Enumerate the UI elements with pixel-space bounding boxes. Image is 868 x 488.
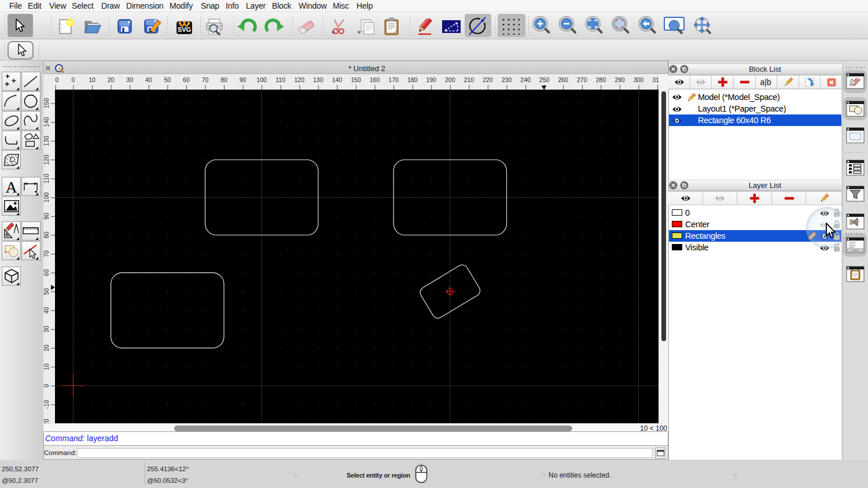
svg-text:100: 100 <box>43 192 50 202</box>
svg-text:20: 20 <box>108 76 115 83</box>
svg-text:50: 50 <box>164 76 171 83</box>
svg-text:160: 160 <box>370 76 380 83</box>
svg-text:0: 0 <box>55 76 58 83</box>
svg-text:80: 80 <box>220 76 227 83</box>
svg-text:260: 260 <box>558 76 568 83</box>
svg-text:290: 290 <box>615 76 625 83</box>
svg-text:50: 50 <box>43 288 50 295</box>
svg-text:90: 90 <box>240 76 247 83</box>
svg-text:190: 190 <box>426 76 436 83</box>
svg-text:90: 90 <box>43 213 50 220</box>
svg-text:10: 10 <box>89 76 95 83</box>
svg-text:A: A <box>5 178 17 195</box>
svg-text:280: 280 <box>596 76 606 83</box>
svg-text:120: 120 <box>295 76 305 83</box>
svg-text:130: 130 <box>43 136 50 146</box>
svg-text:310: 310 <box>652 76 659 83</box>
svg-text:150: 150 <box>351 76 361 83</box>
svg-text:140: 140 <box>332 76 343 83</box>
svg-text:40: 40 <box>43 307 50 314</box>
svg-text:30: 30 <box>43 326 50 332</box>
svg-text:120: 120 <box>43 154 50 165</box>
svg-text:110: 110 <box>275 76 285 83</box>
svg-text:180: 180 <box>407 76 418 83</box>
svg-text:230: 230 <box>502 76 512 83</box>
svg-text:60: 60 <box>183 76 190 83</box>
svg-text:80: 80 <box>43 232 50 239</box>
svg-text:270: 270 <box>577 76 587 83</box>
svg-text:220: 220 <box>483 76 493 83</box>
svg-text:240: 240 <box>520 76 531 83</box>
svg-text:0: 0 <box>72 76 75 83</box>
svg-text:-10: -10 <box>43 400 50 409</box>
svg-text:210: 210 <box>464 76 475 83</box>
svg-text:170: 170 <box>388 76 399 83</box>
svg-text:0: 0 <box>43 384 50 387</box>
svg-text:300: 300 <box>634 76 644 83</box>
svg-text:+: + <box>357 28 361 36</box>
svg-text:comment: comment <box>851 249 860 252</box>
svg-text:200: 200 <box>445 76 455 83</box>
svg-text:30: 30 <box>126 76 133 83</box>
svg-text:250: 250 <box>539 76 550 83</box>
svg-text:10: 10 <box>43 363 50 370</box>
svg-text:70: 70 <box>202 76 209 83</box>
svg-text:+: + <box>331 28 335 36</box>
svg-text:150: 150 <box>43 98 50 109</box>
svg-text:70: 70 <box>43 250 50 257</box>
svg-text:SVG: SVG <box>178 26 191 33</box>
svg-text:100: 100 <box>256 76 267 83</box>
svg-text:140: 140 <box>43 117 50 127</box>
svg-text:130: 130 <box>313 76 323 83</box>
svg-text:60: 60 <box>43 269 50 276</box>
svg-text:20: 20 <box>43 345 50 352</box>
svg-text:110: 110 <box>43 173 50 183</box>
svg-text:40: 40 <box>145 76 152 83</box>
